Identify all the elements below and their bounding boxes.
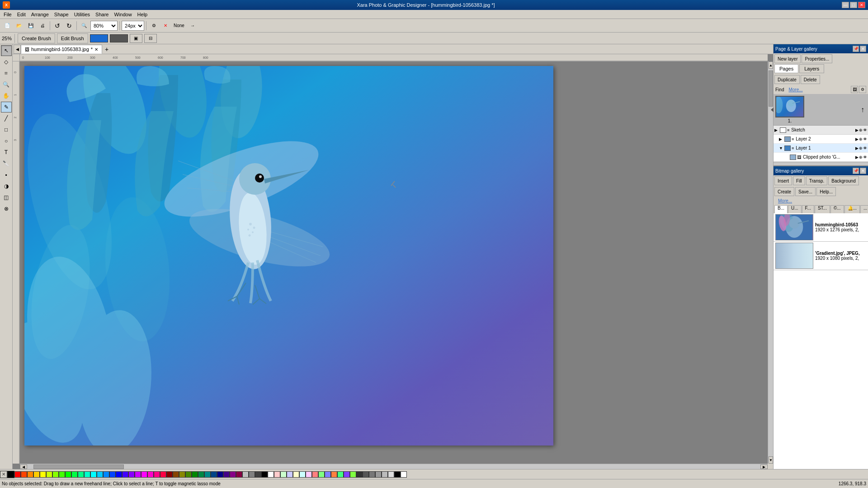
bitmap-tab-bell[interactable]: 🔔... [844,205,860,213]
color-swatch[interactable] [287,471,293,478]
vscroll-thumb[interactable] [769,70,773,107]
color-swatch[interactable] [179,471,185,478]
color-swatch[interactable] [116,471,122,478]
color-swatch[interactable] [268,471,274,478]
gallery-icon-btn1[interactable]: 🖼 [851,86,858,93]
color-swatch[interactable] [293,471,299,478]
transparency-tool[interactable]: ◑ [1,181,12,192]
text-tool[interactable]: T [1,147,12,158]
color-swatch[interactable] [14,471,21,478]
layers-tab[interactable]: Layers [799,64,824,73]
node-tool[interactable]: ◇ [1,56,12,67]
layer-sketch-action3[interactable]: 👁 [863,128,867,132]
color-swatch[interactable] [154,471,160,478]
line-tool[interactable]: ╱ [1,113,12,124]
size-select[interactable]: 24px [122,21,144,31]
panel-pin-button[interactable]: 📌 [853,46,859,52]
color-swatch[interactable] [299,471,306,478]
bitmap-more-link[interactable]: More... [775,197,795,204]
zoom-tool-button[interactable]: 🔍 [79,20,90,31]
layer-clipped-photo[interactable]: 🖼 Clipped photo 'G... ▶ ⊕ 👁 [774,153,868,162]
redo-button[interactable]: ↻ [64,20,75,31]
color-swatch[interactable] [325,471,331,478]
layer-1-action2[interactable]: ⊕ [859,146,863,150]
menu-edit[interactable]: Edit [14,11,28,18]
delete-button[interactable]: Delete [801,75,820,84]
layer-sketch-action2[interactable]: ⊕ [859,128,863,132]
transp-button[interactable]: Transp. [806,176,828,185]
color-swatch[interactable] [382,471,388,478]
fill-button[interactable]: Fill [793,176,805,185]
close-button[interactable]: ✕ [858,2,865,8]
layer-1-action1[interactable]: ▶ [855,146,859,150]
layer-2-action2[interactable]: ⊕ [859,137,863,141]
bitmap-tab-c[interactable]: ©... [830,205,844,213]
transparent-swatch[interactable] [394,471,401,478]
layer-1-action3[interactable]: 👁 [863,146,867,150]
hscroll-right-btn[interactable]: ▶ [760,465,768,469]
print-button[interactable]: 🖨 [37,20,48,31]
color-swatch[interactable] [71,471,78,478]
shape-tool[interactable]: □ [1,124,12,135]
tab-hummingbird[interactable]: 🖼 hummingbird-1056383.jpg * ✕ [21,45,102,54]
color-swatch[interactable] [198,471,204,478]
layer-sketch-action1[interactable]: ▶ [855,128,859,132]
insert-button[interactable]: Insert [774,176,792,185]
bitmap-tab-f[interactable]: F... [802,205,814,213]
bitmap-tab-st[interactable]: ST... [815,205,830,213]
blend-tool[interactable]: ⊗ [1,203,12,214]
save-button[interactable]: 💾 [25,20,36,31]
color-swatch[interactable] [356,471,363,478]
new-layer-button[interactable]: New layer [774,54,801,63]
color-swatch[interactable] [236,471,242,478]
minimize-button[interactable]: — [842,2,849,8]
layer-photo-action3[interactable]: 👁 [863,155,867,160]
layer-1-expand[interactable]: ▼ [779,146,783,150]
color-swatch[interactable] [160,471,166,478]
pages-tab[interactable]: Pages [774,64,798,73]
menu-share[interactable]: Share [93,11,111,18]
color-swatch[interactable] [109,471,116,478]
layers-scrollbar[interactable] [774,162,868,165]
color-swatch[interactable] [84,471,90,478]
brush-options-btn2[interactable]: ⊟ [144,34,157,43]
bitmap-item-hummingbird[interactable]: hummingbird-10563 1920 x 1276 pixels, 2, [774,213,868,242]
create-brush-button[interactable]: Create Brush [18,33,55,43]
color-swatch[interactable] [46,471,52,478]
layer-photo-action1[interactable]: ▶ [855,155,859,160]
horizontal-scrollbar[interactable]: ◀ ▶ [20,464,768,469]
tab-scroll-left[interactable]: ◀ [14,45,21,54]
tab-close-button[interactable]: ✕ [94,47,98,52]
layer-2-action3[interactable]: 👁 [863,137,867,141]
color-swatch[interactable] [337,471,344,478]
color-swatch[interactable] [255,471,261,478]
knife-tool[interactable]: 🔪 [1,158,12,169]
canvas-viewport[interactable]: 0 100 200 300 400 500 600 700 800 0 1 2 [13,54,773,469]
color-swatch[interactable] [223,471,230,478]
black-swatch[interactable] [7,471,14,478]
options-button[interactable]: ⚙ [148,20,159,31]
menu-help[interactable]: Help [135,11,151,18]
color-swatch[interactable] [344,471,350,478]
gallery-icon-btn2[interactable]: ⚙ [859,86,866,93]
layer-1[interactable]: ▼ ≡ Layer 1 ▶ ⊕ 👁 [774,144,868,153]
color-swatch[interactable] [363,471,369,478]
color-swatch[interactable] [274,471,280,478]
color-swatch[interactable] [33,471,40,478]
help-button[interactable]: Help... [816,187,836,196]
hscroll-thumb[interactable] [33,465,124,469]
menu-file[interactable]: File [1,11,14,18]
menu-shape[interactable]: Shape [52,11,71,18]
color-swatch[interactable] [147,471,154,478]
ellipse-tool[interactable]: ○ [1,136,12,146]
bitmap-close-button[interactable]: ✕ [860,168,866,174]
edit-brush-button[interactable]: Edit Brush [57,33,88,43]
freehand-tool[interactable]: ✎ [1,102,12,113]
layer-2-action1[interactable]: ▶ [855,137,859,141]
color-swatch[interactable] [204,471,211,478]
color-swatch[interactable] [318,471,325,478]
more-link[interactable]: More... [786,86,805,93]
color-swatch[interactable] [185,471,192,478]
white-swatch[interactable] [401,471,407,478]
color-swatch[interactable] [141,471,147,478]
